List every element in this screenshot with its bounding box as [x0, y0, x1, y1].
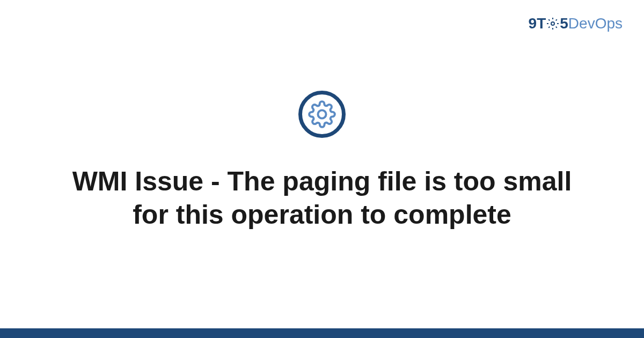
main-content: WMI Issue - The paging file is too small…	[0, 0, 644, 338]
svg-point-1	[318, 110, 326, 118]
page-title: WMI Issue - The paging file is too small…	[64, 165, 580, 232]
footer-accent-bar	[0, 328, 644, 338]
gear-circle-icon	[298, 91, 346, 138]
